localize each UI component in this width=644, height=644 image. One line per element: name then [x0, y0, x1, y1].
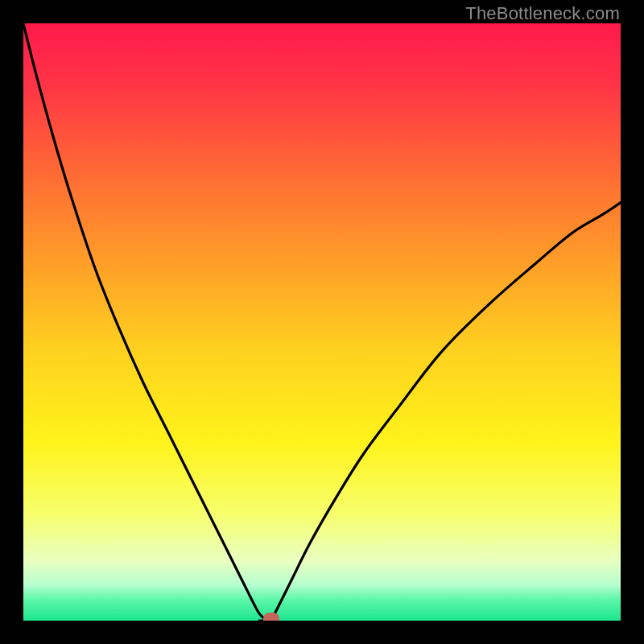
- watermark-text: TheBottleneck.com: [465, 3, 620, 24]
- bottleneck-curve: [23, 23, 621, 621]
- curve-left-branch: [23, 23, 271, 621]
- plot-area: [23, 23, 621, 621]
- optimal-point-marker: [263, 613, 279, 621]
- chart-frame: TheBottleneck.com: [0, 0, 644, 644]
- curve-right-branch: [271, 203, 621, 621]
